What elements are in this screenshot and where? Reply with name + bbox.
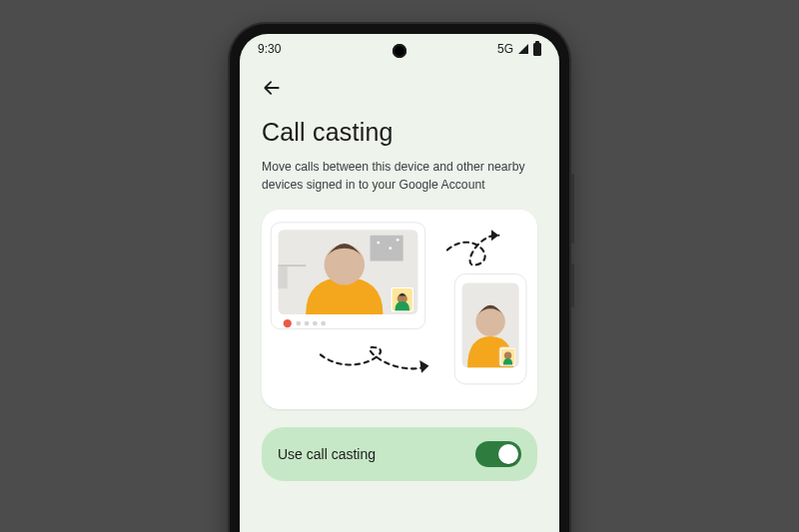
back-button[interactable] (256, 72, 288, 104)
svg-point-4 (377, 242, 380, 245)
svg-marker-24 (491, 231, 498, 242)
svg-point-23 (504, 352, 511, 359)
feature-illustration (262, 210, 537, 409)
use-call-casting-toggle[interactable] (475, 441, 521, 467)
svg-point-14 (296, 321, 301, 326)
svg-rect-8 (279, 266, 288, 288)
svg-marker-25 (419, 360, 428, 373)
toggle-thumb (498, 444, 518, 464)
use-call-casting-label: Use call casting (278, 446, 376, 462)
svg-point-9 (325, 245, 365, 284)
use-call-casting-row[interactable]: Use call casting (262, 427, 537, 481)
battery-icon (533, 43, 541, 56)
network-type: 5G (497, 42, 513, 56)
page-title: Call casting (262, 118, 537, 147)
screen: 9:30 5G Call casting Move calls between … (240, 34, 559, 532)
page-subtitle: Move calls between this device and other… (262, 159, 537, 194)
side-button-volume (571, 174, 575, 244)
side-button-power (571, 264, 575, 307)
front-camera-hole (393, 44, 406, 58)
svg-point-6 (397, 239, 400, 242)
arrow-left-icon (262, 78, 282, 98)
svg-point-16 (313, 321, 318, 326)
svg-point-20 (475, 307, 504, 336)
svg-point-5 (389, 248, 392, 251)
svg-rect-7 (279, 266, 307, 267)
signal-icon (518, 44, 528, 54)
svg-point-13 (284, 319, 292, 327)
status-time: 9:30 (258, 42, 281, 56)
svg-point-15 (305, 321, 310, 326)
svg-point-17 (321, 321, 326, 326)
phone-frame: 9:30 5G Call casting Move calls between … (230, 24, 569, 532)
